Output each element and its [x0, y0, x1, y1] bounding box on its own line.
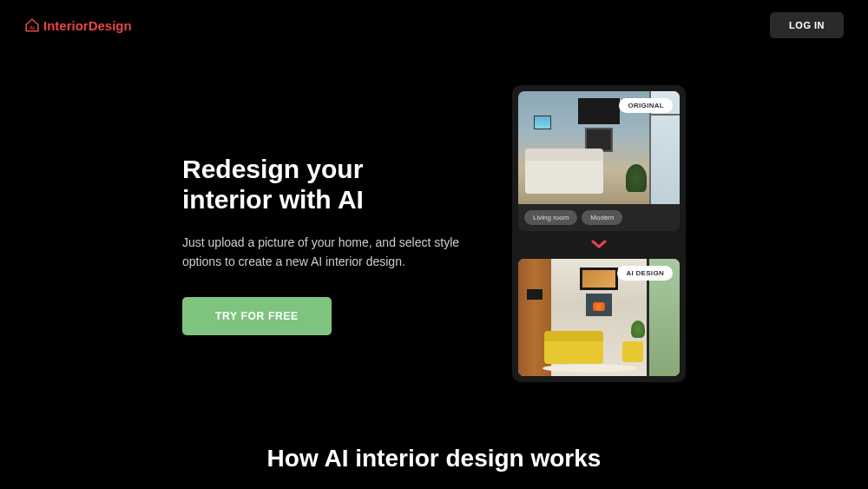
showcase-panel: ORIGINAL Living room Modern [512, 85, 686, 382]
header: AI InteriorDesign LOG IN [0, 0, 868, 50]
house-icon: AI [24, 17, 40, 33]
original-card: ORIGINAL Living room Modern [518, 91, 680, 231]
hero-title: Redesign your interior with AI [182, 155, 460, 215]
original-room-image: ORIGINAL [518, 91, 680, 204]
login-button[interactable]: LOG IN [770, 12, 844, 38]
hero-section: Redesign your interior with AI Just uplo… [0, 50, 868, 382]
ai-room-image: AI DESIGN [518, 259, 680, 376]
chevron-down-icon [518, 236, 680, 254]
tag-style: Modern [582, 210, 622, 225]
try-for-free-button[interactable]: TRY FOR FREE [182, 297, 332, 335]
tag-room-type: Living room [524, 210, 577, 225]
tag-row: Living room Modern [518, 204, 680, 231]
brand-logo[interactable]: AI InteriorDesign [24, 17, 132, 33]
ai-design-card: AI DESIGN [518, 259, 680, 376]
hero-copy: Redesign your interior with AI Just uplo… [182, 85, 460, 335]
hero-title-line2: interior with AI [182, 185, 364, 214]
brand-name: InteriorDesign [43, 18, 132, 33]
ai-design-badge: AI DESIGN [617, 266, 673, 281]
how-it-works-title: How AI interior design works [0, 445, 868, 472]
hero-title-line1: Redesign your [182, 155, 363, 183]
original-badge: ORIGINAL [619, 98, 673, 113]
svg-text:AI: AI [30, 25, 35, 30]
hero-subtitle: Just upload a picture of your home, and … [182, 234, 460, 271]
